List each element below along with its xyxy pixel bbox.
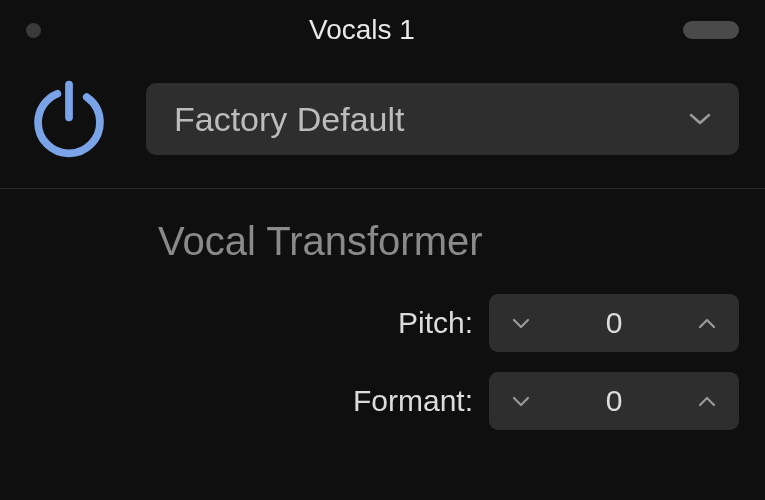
formant-label: Formant: [353, 384, 473, 418]
pitch-label: Pitch: [398, 306, 473, 340]
preset-label: Factory Default [174, 100, 405, 139]
preset-dropdown[interactable]: Factory Default [146, 83, 739, 155]
track-title: Vocals 1 [41, 14, 683, 46]
window-header: Vocals 1 [0, 0, 765, 58]
formant-stepper[interactable]: 0 [489, 372, 739, 430]
chevron-down-icon [512, 396, 530, 407]
pitch-stepper[interactable]: 0 [489, 294, 739, 352]
pitch-value: 0 [606, 306, 623, 340]
chevron-up-icon [698, 396, 716, 407]
pitch-decrement-button[interactable] [509, 311, 533, 335]
power-icon [26, 76, 112, 162]
pitch-increment-button[interactable] [695, 311, 719, 335]
preset-row: Factory Default [0, 58, 765, 188]
formant-increment-button[interactable] [695, 389, 719, 413]
power-button[interactable] [26, 76, 112, 162]
formant-decrement-button[interactable] [509, 389, 533, 413]
pitch-row: Pitch: 0 [0, 294, 765, 372]
chevron-down-icon [512, 318, 530, 329]
header-status-dot [26, 23, 41, 38]
header-pill-indicator [683, 21, 739, 39]
formant-row: Formant: 0 [0, 372, 765, 450]
formant-value: 0 [606, 384, 623, 418]
plugin-title: Vocal Transformer [0, 189, 765, 294]
chevron-up-icon [698, 318, 716, 329]
chevron-down-icon [689, 112, 711, 126]
